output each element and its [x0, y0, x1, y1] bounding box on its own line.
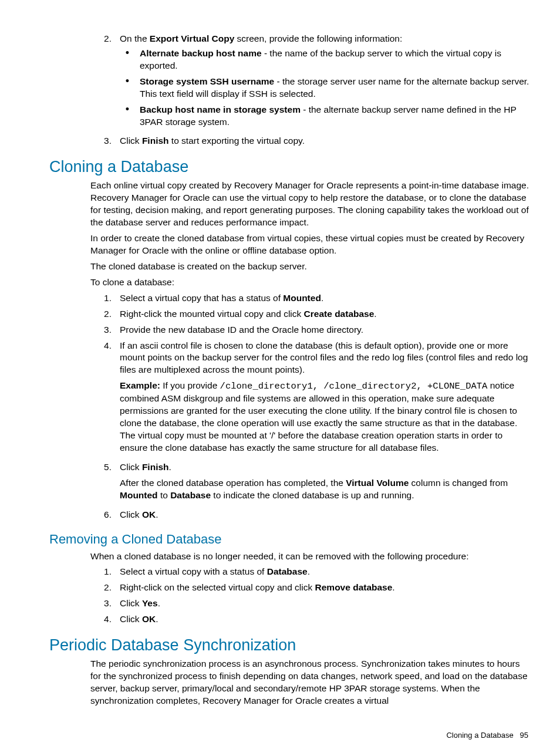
text: .: [374, 309, 376, 319]
list-number: 5.: [90, 461, 120, 505]
bullet-icon: •: [120, 48, 140, 72]
list-item: 2.Right-click on the selected virtual co…: [90, 582, 531, 594]
text: screen, provide the following informatio…: [234, 33, 402, 43]
bullet-icon: •: [120, 104, 140, 129]
bold-text: Example:: [120, 380, 160, 390]
list-number: 2.: [90, 308, 120, 320]
sub-paragraph: After the cloned database operation has …: [120, 477, 531, 502]
list-item: 4.Click OK.: [90, 613, 531, 626]
document-page: 2. On the Export Virtual Copy screen, pr…: [0, 0, 560, 746]
list-number: 2.: [90, 33, 120, 131]
text: .: [156, 614, 158, 624]
paragraph: The cloned database is created on the ba…: [90, 261, 531, 273]
list-item: 5. Click Finish. After the cloned databa…: [90, 461, 531, 505]
list-number: 4.: [90, 613, 120, 626]
clone-steps: 1.Select a virtual copy that has a statu…: [90, 292, 531, 521]
bold-text: Mounted: [283, 293, 321, 303]
removing-body: When a cloned database is no longer need…: [90, 551, 531, 626]
text: to indicate the cloned database is up an…: [211, 490, 414, 500]
list-number: 3.: [90, 598, 120, 610]
periodic-body: The periodic synchronization process is …: [90, 658, 531, 707]
text: Click: [120, 509, 142, 519]
text: After the cloned database operation has …: [120, 478, 346, 488]
bold-text: Create database: [304, 309, 375, 319]
bold-text: Remove database: [315, 582, 393, 592]
footer-section-label: Cloning a Database: [446, 731, 513, 740]
paragraph: Each online virtual copy created by Reco…: [90, 180, 531, 229]
list-item: •Storage system SSH username - the stora…: [120, 76, 531, 100]
text: If an ascii control file is chosen to cl…: [120, 340, 528, 375]
paragraph: When a cloned database is no longer need…: [90, 551, 531, 563]
text: Click: [120, 614, 142, 624]
heading-cloning-database: Cloning a Database: [49, 158, 531, 176]
text: Select a virtual copy that has a status …: [120, 293, 283, 303]
bold-text: Finish: [142, 136, 169, 146]
text: .: [169, 462, 171, 472]
list-item: 3. Click Finish to start exporting the v…: [90, 135, 531, 147]
cloning-body: Each online virtual copy created by Reco…: [90, 180, 531, 521]
heading-removing-cloned: Removing a Cloned Database: [49, 532, 531, 547]
list-item: 1.Select a virtual copy with a status of…: [90, 566, 531, 578]
bold-text: OK: [142, 509, 156, 519]
list-item: 3.Provide the new database ID and the Or…: [90, 324, 531, 336]
heading-periodic-sync: Periodic Database Synchronization: [49, 636, 531, 654]
export-steps-list: 2. On the Export Virtual Copy screen, pr…: [90, 33, 531, 147]
paragraph: The periodic synchronization process is …: [90, 658, 531, 707]
text: Select a virtual copy with a status of: [120, 566, 267, 576]
list-item: •Backup host name in storage system - th…: [120, 104, 531, 129]
text: .: [158, 598, 160, 608]
text: Right-click on the selected virtual copy…: [120, 582, 315, 592]
text: Click: [120, 462, 142, 472]
bold-text: Mounted: [120, 490, 158, 500]
list-item: 2.Right-click the mounted virtual copy a…: [90, 308, 531, 320]
bold-text: Database: [267, 566, 308, 576]
bold-text: Export Virtual Copy: [150, 33, 234, 43]
page-footer: Cloning a Database 95: [49, 731, 531, 740]
code-text: /clone_directory1, /clone_directory2, +C…: [220, 381, 488, 391]
text: .: [392, 582, 394, 592]
bullet-icon: •: [120, 76, 140, 100]
paragraph: To clone a database:: [90, 276, 531, 289]
list-number: 4.: [90, 340, 120, 458]
text: On the: [120, 33, 150, 43]
list-item: •Alternate backup host name - the name o…: [120, 48, 531, 72]
field-bullets: •Alternate backup host name - the name o…: [120, 48, 531, 129]
remove-steps: 1.Select a virtual copy with a status of…: [90, 566, 531, 626]
list-number: 3.: [90, 135, 120, 147]
text: .: [156, 509, 158, 519]
text: Click: [120, 598, 142, 608]
export-vc-continued: 2. On the Export Virtual Copy screen, pr…: [90, 33, 531, 147]
bold-text: Virtual Volume: [346, 478, 409, 488]
text: .: [308, 566, 310, 576]
paragraph: In order to create the cloned database f…: [90, 232, 531, 257]
bold-text: Storage system SSH username: [140, 76, 274, 86]
bold-text: Database: [170, 490, 211, 500]
text: Click: [120, 136, 142, 146]
list-item: 3.Click Yes.: [90, 598, 531, 610]
text: column is changed from: [409, 478, 508, 488]
list-item: 2. On the Export Virtual Copy screen, pr…: [90, 33, 531, 131]
text: Provide the new database ID and the Orac…: [120, 325, 363, 335]
bold-text: Alternate backup host name: [140, 48, 262, 58]
bold-text: Finish: [142, 462, 169, 472]
list-number: 3.: [90, 324, 120, 336]
example-block: Example: If you provide /clone_directory…: [120, 380, 531, 454]
list-number: 2.: [90, 582, 120, 594]
bold-text: Backup host name in storage system: [140, 104, 301, 114]
bold-text: Yes: [142, 598, 158, 608]
page-number: 95: [520, 731, 528, 740]
text: to start exporting the virtual copy.: [169, 136, 305, 146]
text: to: [158, 490, 171, 500]
text: Right-click the mounted virtual copy and…: [120, 309, 304, 319]
list-number: 1.: [90, 292, 120, 305]
list-item: 1.Select a virtual copy that has a statu…: [90, 292, 531, 305]
text: .: [321, 293, 323, 303]
text: If you provide: [160, 380, 220, 390]
list-item: 4. If an ascii control file is chosen to…: [90, 340, 531, 458]
list-item: 6.Click OK.: [90, 509, 531, 521]
list-number: 6.: [90, 509, 120, 521]
list-number: 1.: [90, 566, 120, 578]
bold-text: OK: [142, 614, 156, 624]
